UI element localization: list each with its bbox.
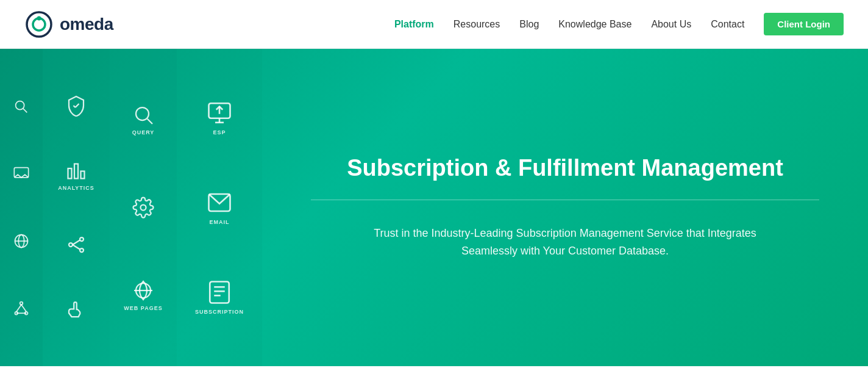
hero-divider [311,200,819,200]
hero-section: ANALYTICS QUERY WE [0,49,868,366]
email-icon-item: EMAIL [207,190,232,225]
shield-icon-item [65,95,87,117]
icon-col-4: ESP EMAIL SUBSCRIPTION [177,49,262,366]
svg-point-10 [15,312,18,315]
svg-rect-18 [74,164,78,179]
svg-point-20 [69,243,73,247]
svg-point-9 [20,302,23,305]
svg-line-16 [76,104,79,107]
icon-col-2: ANALYTICS [43,49,110,366]
svg-line-24 [73,245,80,250]
svg-rect-17 [68,168,72,179]
svg-rect-5 [14,168,28,178]
nav-knowledge-base[interactable]: Knowledge Base [558,19,631,30]
svg-rect-32 [209,194,230,211]
svg-rect-30 [209,104,230,119]
svg-line-12 [16,305,21,312]
svg-point-25 [136,107,149,120]
web-pages-icon-item: WEB PAGES [124,280,162,311]
hand-icon-item [65,298,87,320]
svg-line-13 [21,305,26,312]
svg-point-27 [141,205,146,211]
network-icon-item [13,300,30,317]
analytics-icon-item: ANALYTICS [58,159,94,191]
nav-contact[interactable]: Contact [711,19,744,30]
nav-about-us[interactable]: About Us [651,19,691,30]
search-icon-item [13,98,30,115]
svg-rect-33 [210,281,229,303]
omeda-logo-icon [24,10,54,39]
icon-col-1 [0,49,43,366]
svg-point-11 [25,312,28,315]
nav-blog[interactable]: Blog [519,19,539,30]
svg-point-7 [18,235,24,248]
query-icon-item: QUERY [132,104,155,135]
main-nav: Platform Resources Blog Knowledge Base A… [394,13,844,35]
header: omeda Platform Resources Blog Knowledge … [0,0,868,49]
svg-line-23 [73,240,80,245]
esp-icon-item: ESP [207,100,232,135]
nav-platform[interactable]: Platform [394,19,434,30]
svg-point-28 [136,283,151,298]
hero-content: Subscription & Fulfillment Management Tr… [262,49,868,366]
svg-rect-19 [81,171,85,179]
client-login-button[interactable]: Client Login [764,13,844,35]
svg-point-21 [80,237,84,241]
svg-line-4 [23,109,27,112]
hero-title: Subscription & Fulfillment Management [347,155,783,181]
svg-point-3 [16,101,24,110]
svg-point-22 [80,248,84,252]
subscription-icon-item: SUBSCRIPTION [195,280,244,315]
nav-resources[interactable]: Resources [454,19,500,30]
logo-text: omeda [60,15,113,34]
globe-icon-item [13,233,30,250]
svg-line-15 [74,106,76,107]
chat-icon-item [13,165,30,182]
hero-subtitle: Trust in the Industry-Leading Subscripti… [358,225,772,260]
nodes-icon-item [65,234,87,256]
svg-line-26 [148,119,152,124]
svg-point-6 [15,235,28,248]
icon-panel: ANALYTICS QUERY WE [0,49,262,366]
svg-point-2 [37,16,41,20]
svg-point-0 [27,12,51,37]
logo-area: omeda [24,10,113,39]
gear-icon-item [132,197,154,218]
icon-col-3: QUERY WEB PAGES [110,49,177,366]
